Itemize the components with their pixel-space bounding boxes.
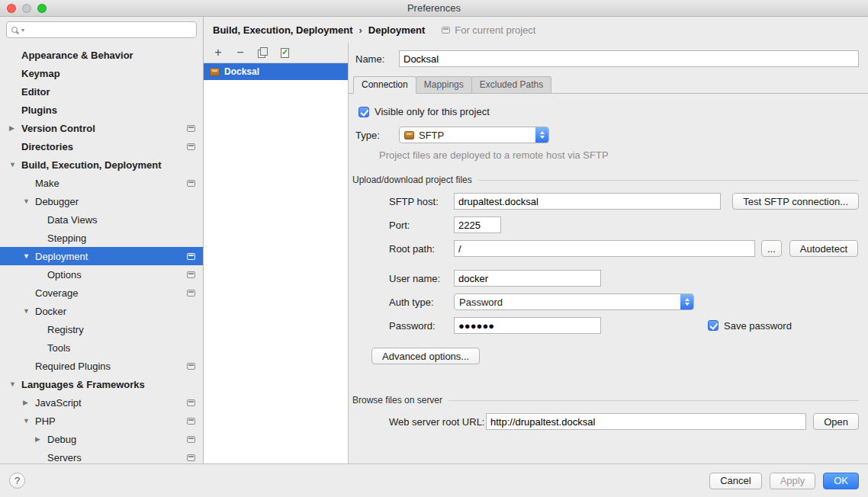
root-path-label: Root path: <box>389 243 454 255</box>
sidebar-item-php[interactable]: PHP <box>0 412 203 430</box>
sftp-host-input[interactable] <box>454 193 721 210</box>
chevron-down-icon[interactable] <box>9 161 21 168</box>
add-icon[interactable] <box>213 46 223 59</box>
sidebar-item-required-plugins[interactable]: Required Plugins <box>0 357 203 375</box>
per-project-icon <box>187 271 195 278</box>
chevron-right-icon[interactable] <box>35 435 47 443</box>
search-icon <box>11 27 18 33</box>
chevron-down-icon[interactable] <box>23 307 35 315</box>
sidebar-item-editor[interactable]: Editor <box>0 82 203 101</box>
section-divider <box>478 180 859 181</box>
sidebar-item-docker[interactable]: Docker <box>0 302 203 320</box>
copy-icon[interactable] <box>257 47 268 58</box>
cancel-button[interactable]: Cancel <box>709 473 761 489</box>
type-help-text: Project files are deployed to a remote h… <box>379 149 859 161</box>
search-input[interactable] <box>28 24 191 35</box>
user-name-input[interactable] <box>454 270 601 287</box>
settings-search[interactable]: ▾ <box>6 21 197 38</box>
port-label: Port: <box>389 220 454 231</box>
tab-excluded-paths[interactable]: Excluded Paths <box>471 76 551 93</box>
minimize-window-icon <box>22 4 31 13</box>
sidebar-item-keymap[interactable]: Keymap <box>0 64 203 82</box>
window-controls <box>7 4 47 13</box>
server-list-toolbar <box>204 43 348 63</box>
advanced-options-button[interactable]: Advanced options... <box>371 348 480 364</box>
search-caret-icon: ▾ <box>21 27 24 34</box>
type-value: SFTP <box>419 130 444 141</box>
password-input[interactable] <box>454 317 601 334</box>
connection-tabs: Connection Mappings Excluded Paths <box>349 76 868 94</box>
server-list: Docksal <box>204 63 348 463</box>
sidebar-item-coverage[interactable]: Coverage <box>0 284 203 302</box>
web-root-input[interactable] <box>486 413 806 430</box>
web-root-label: Web server root URL: <box>389 416 486 428</box>
chevron-down-icon[interactable] <box>23 252 35 260</box>
per-project-icon <box>187 253 195 260</box>
sidebar-item-appearance-behavior[interactable]: Appearance & Behavior <box>0 46 203 64</box>
open-button[interactable]: Open <box>813 413 859 430</box>
name-input[interactable] <box>399 50 859 67</box>
per-project-icon <box>187 363 195 370</box>
user-name-label: User name: <box>389 273 454 284</box>
sidebar-item-data-views[interactable]: Data Views <box>0 210 203 229</box>
save-password-label: Save password <box>724 320 792 332</box>
breadcrumb-part1: Build, Execution, Deployment <box>213 24 352 36</box>
close-window-icon[interactable] <box>7 4 16 13</box>
settings-tree: Appearance & Behavior Keymap Editor Plug… <box>0 41 203 463</box>
dropdown-arrows-icon <box>535 127 548 143</box>
sidebar-item-options[interactable]: Options <box>0 265 203 284</box>
help-icon[interactable]: ? <box>9 473 25 489</box>
checkbox-checked-icon[interactable] <box>358 107 369 117</box>
test-sftp-connection-button[interactable]: Test SFTP connection... <box>732 193 859 210</box>
server-icon <box>210 68 220 76</box>
sidebar-item-make[interactable]: Make <box>0 174 203 192</box>
breadcrumb: Build, Execution, Deployment › Deploymen… <box>204 17 868 43</box>
server-list-item-docksal[interactable]: Docksal <box>204 63 348 80</box>
per-project-icon <box>187 125 195 132</box>
dialog-footer: ? Cancel Apply OK <box>0 463 868 497</box>
browse-root-path-button[interactable]: ... <box>761 240 782 257</box>
sidebar-item-directories[interactable]: Directories <box>0 137 203 156</box>
apply-button[interactable]: Apply <box>770 473 816 489</box>
sidebar-item-stepping[interactable]: Stepping <box>0 229 203 247</box>
per-project-icon <box>187 418 195 425</box>
breadcrumb-separator: › <box>358 24 362 36</box>
sidebar-item-servers[interactable]: Servers <box>0 448 203 463</box>
sidebar-item-registry[interactable]: Registry <box>0 320 203 338</box>
ok-button[interactable]: OK <box>823 473 859 489</box>
checkbox-checked-icon[interactable] <box>708 320 719 331</box>
root-path-input[interactable] <box>454 240 755 257</box>
name-label: Name: <box>355 53 399 65</box>
sidebar-item-debugger[interactable]: Debugger <box>0 192 203 210</box>
per-project-icon <box>187 290 195 297</box>
deployment-server-panel: Docksal <box>204 43 349 463</box>
sidebar-item-plugins[interactable]: Plugins <box>0 101 203 119</box>
chevron-right-icon[interactable] <box>9 124 21 132</box>
save-password-checkbox-row[interactable]: Save password <box>708 320 792 332</box>
remove-icon[interactable] <box>235 46 246 59</box>
type-select[interactable]: SFTP <box>399 127 549 143</box>
sidebar-item-javascript[interactable]: JavaScript <box>0 393 203 412</box>
sidebar-item-debug[interactable]: Debug <box>0 430 203 448</box>
visible-only-checkbox-row[interactable]: Visible only for this project <box>358 106 859 117</box>
use-as-default-icon[interactable] <box>279 47 290 58</box>
chevron-down-icon[interactable] <box>23 197 35 205</box>
auth-type-label: Auth type: <box>389 297 454 308</box>
sidebar-item-build-execution-deployment[interactable]: Build, Execution, Deployment <box>0 156 203 174</box>
chevron-down-icon[interactable] <box>9 380 21 388</box>
tab-connection[interactable]: Connection <box>353 76 416 93</box>
autodetect-button[interactable]: Autodetect <box>789 240 858 257</box>
chevron-down-icon[interactable] <box>23 417 35 425</box>
sidebar-item-languages-frameworks[interactable]: Languages & Frameworks <box>0 375 203 393</box>
per-project-icon <box>187 399 195 406</box>
zoom-window-icon[interactable] <box>37 4 47 13</box>
auth-type-select[interactable]: Password <box>454 293 694 310</box>
port-input[interactable] <box>454 216 501 233</box>
sidebar-item-version-control[interactable]: Version Control <box>0 119 203 137</box>
auth-type-value: Password <box>459 297 503 308</box>
sidebar-item-tools[interactable]: Tools <box>0 338 203 357</box>
chevron-right-icon[interactable] <box>23 399 35 406</box>
sidebar-item-deployment[interactable]: Deployment <box>0 247 203 265</box>
per-project-icon <box>187 436 195 443</box>
tab-mappings[interactable]: Mappings <box>416 76 472 93</box>
